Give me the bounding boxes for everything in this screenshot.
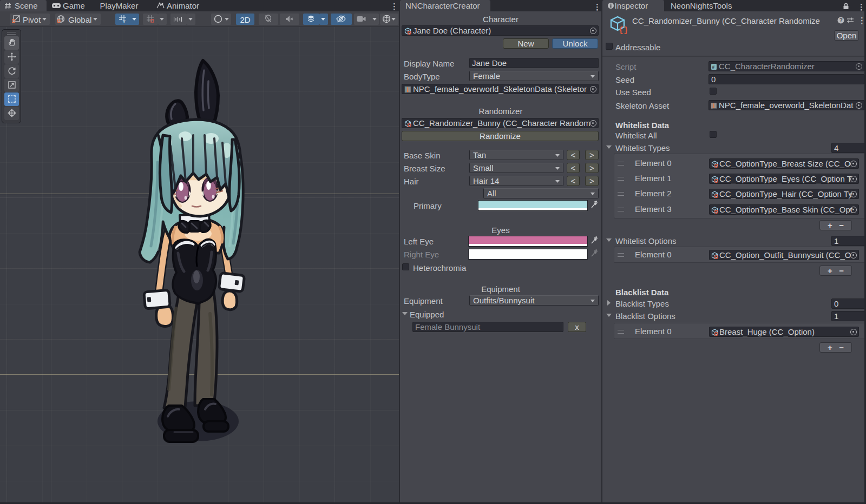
svg-text:#: # [712, 64, 714, 70]
svg-text:?: ? [839, 17, 843, 23]
svg-text:{}: {} [619, 26, 627, 34]
svg-text:Y: Y [123, 19, 126, 23]
